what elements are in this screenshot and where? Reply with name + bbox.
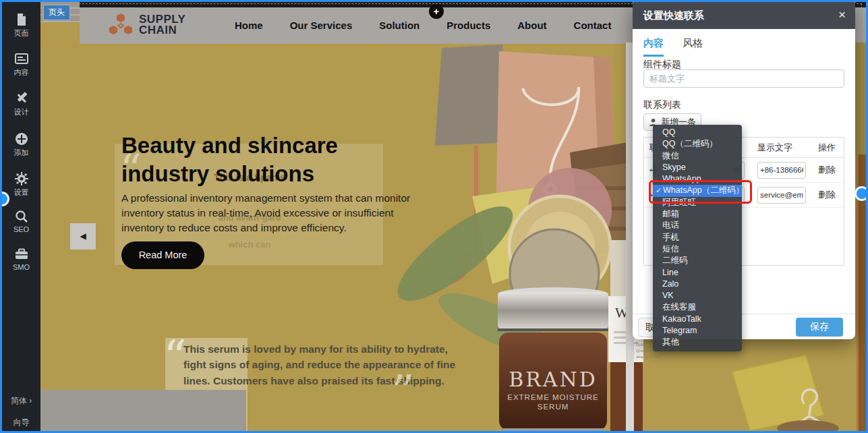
component-title-input[interactable] — [643, 69, 844, 88]
quote-close-mark: ” — [391, 365, 415, 418]
carousel-prev-button[interactable]: ◀ — [70, 223, 96, 250]
panel-tabs: 内容 风格 — [643, 37, 703, 57]
dropdown-option[interactable]: QQ — [653, 127, 742, 138]
panel-title: 设置快速联系 — [643, 9, 704, 22]
dropdown-option[interactable]: 二维码 — [653, 255, 742, 266]
right-edge-background — [855, 42, 866, 156]
dropdown-option[interactable]: Line — [653, 267, 742, 279]
delete-row-button[interactable]: 删除 — [818, 190, 836, 200]
hero-title: Beauty and skincare industry solutions — [121, 132, 411, 188]
nav-item-our-services[interactable]: Our Services — [290, 20, 353, 31]
site-logo[interactable]: SUPPLY CHAIN — [108, 13, 185, 37]
content-icon — [15, 52, 28, 65]
sidebar-item-content[interactable]: 内容 — [2, 52, 40, 78]
svg-text:BRAND: BRAND — [509, 368, 598, 391]
dropdown-option[interactable]: 邮箱 — [653, 208, 742, 220]
tab-content[interactable]: 内容 — [643, 37, 664, 57]
tab-style[interactable]: 风格 — [683, 37, 703, 57]
nav-add-icon[interactable]: + — [429, 4, 444, 19]
nav-item-contact[interactable]: Contact — [574, 20, 612, 31]
add-icon — [15, 132, 28, 146]
editor-window: 页头 SUPPLY CHAIN + Home Our Services Solu… — [0, 0, 868, 433]
wizard-button[interactable]: 向导 — [2, 417, 40, 428]
sidebar-item-smo[interactable]: SMO — [2, 248, 40, 271]
delete-row-button[interactable]: 删除 — [818, 165, 836, 175]
dropdown-option[interactable]: Zalo — [653, 279, 742, 290]
dropdown-option-selected[interactable]: ✓WhatsApp（二维码） — [653, 185, 742, 196]
right-resize-handle[interactable] — [855, 186, 868, 201]
editor-sidebar: 页面 内容 设计 添加 设置 — [2, 2, 40, 431]
check-icon: ✓ — [656, 185, 662, 196]
nav-item-solution[interactable]: Solution — [379, 20, 419, 31]
supply-chain-logo-icon — [108, 13, 134, 37]
dropdown-option[interactable]: WhatsApp — [653, 173, 742, 185]
dropdown-option[interactable]: 电话 — [653, 220, 742, 231]
bottom-left-section — [40, 390, 246, 431]
sidebar-item-add[interactable]: 添加 — [2, 132, 40, 158]
col-display-text: 显示文字 — [757, 142, 810, 154]
smo-icon — [15, 248, 28, 261]
dropdown-option[interactable]: 微信 — [653, 150, 742, 162]
dropdown-option[interactable]: Skype — [653, 162, 742, 173]
contact-type-dropdown: QQ QQ（二维码） 微信 Skype WhatsApp ✓WhatsApp（二… — [653, 125, 742, 351]
dropdown-option[interactable]: 手机 — [653, 232, 742, 243]
dropdown-option[interactable]: QQ（二维码） — [653, 138, 742, 150]
sidebar-item-design[interactable]: 设计 — [2, 92, 40, 117]
save-button[interactable]: 保存 — [796, 318, 843, 337]
dropdown-option[interactable]: 短信 — [653, 243, 742, 255]
close-icon[interactable]: × — [838, 7, 846, 22]
read-more-button[interactable]: Read More — [121, 241, 204, 269]
dropdown-option[interactable]: 阿里旺旺 — [653, 197, 742, 208]
svg-text:EXTREME MOISTURE: EXTREME MOISTURE — [507, 393, 598, 401]
seo-icon — [15, 210, 28, 223]
design-icon — [15, 92, 28, 105]
dropdown-option[interactable]: KakaoTalk — [653, 314, 742, 325]
display-text-input[interactable] — [757, 187, 806, 204]
testimonial-text: This serum is loved by many for its abil… — [183, 341, 459, 388]
header-component-badge[interactable]: 页头 — [43, 5, 70, 20]
col-action: 操作 — [810, 142, 844, 154]
language-switch[interactable]: 简体 › — [2, 395, 40, 407]
nav-item-home[interactable]: Home — [235, 20, 263, 31]
settings-icon — [15, 172, 28, 185]
display-text-input[interactable] — [757, 162, 806, 179]
main-nav: Home Our Services Solution Products Abou… — [235, 20, 675, 31]
dropdown-option[interactable]: Telegram — [653, 325, 742, 337]
dropdown-option[interactable]: VK — [653, 290, 742, 301]
chevron-right-icon: › — [29, 396, 32, 405]
dropdown-option[interactable]: 其他 — [653, 337, 742, 348]
nav-item-products[interactable]: Products — [446, 20, 490, 31]
contact-list-label: 联系列表 — [643, 99, 681, 111]
svg-text:SERUM: SERUM — [538, 403, 569, 411]
logo-text: SUPPLY CHAIN — [139, 14, 185, 36]
nav-item-about[interactable]: About — [517, 20, 546, 31]
page-icon — [15, 13, 28, 26]
dropdown-option[interactable]: 在线客服 — [653, 301, 742, 313]
sidebar-item-seo[interactable]: SEO — [2, 210, 40, 233]
sidebar-item-page[interactable]: 页面 — [2, 13, 40, 38]
hanger-tag-art — [728, 351, 863, 431]
